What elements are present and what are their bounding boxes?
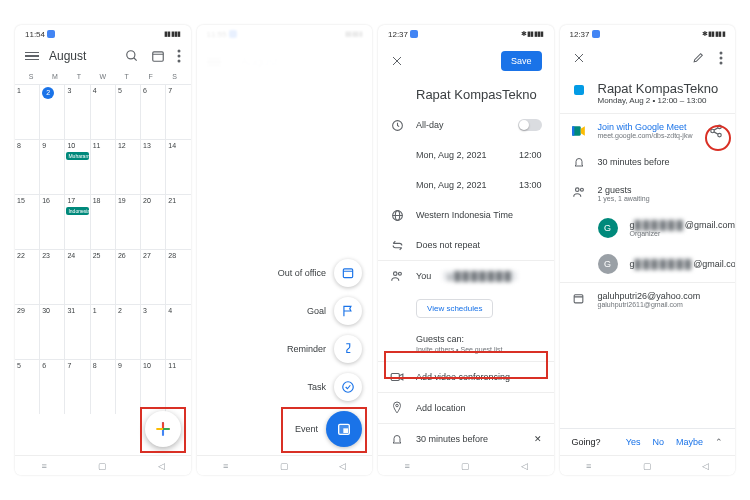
- more-icon[interactable]: [177, 49, 181, 63]
- calendar-day[interactable]: 4: [91, 85, 116, 139]
- guest-item-2[interactable]: Gg███████@gmail.com: [560, 246, 736, 282]
- guest-item-1[interactable]: Gg██████@gmail.comOrganizer: [560, 210, 736, 246]
- calendar-day[interactable]: 6: [40, 360, 65, 414]
- status-bar: 11:54 ▮▮ ▮▮ ▮: [15, 25, 191, 43]
- nav-menu-icon[interactable]: ≡: [402, 461, 412, 471]
- end-row[interactable]: Mon, Aug 2, 202113:00: [378, 170, 554, 200]
- calendar-day[interactable]: 28: [166, 250, 190, 304]
- highlight-video: [384, 351, 548, 379]
- month-label[interactable]: August: [49, 49, 86, 63]
- calendar-day[interactable]: 21: [166, 195, 190, 249]
- rsvp-yes[interactable]: Yes: [626, 437, 641, 447]
- calendar-day[interactable]: 24: [65, 250, 90, 304]
- nav-home-icon[interactable]: ▢: [642, 461, 652, 471]
- calendar-day[interactable]: 7: [166, 85, 190, 139]
- speed-dial-out-of-office[interactable]: Out of office: [278, 259, 362, 287]
- day-of-week-row: SMTWTFS: [15, 69, 191, 84]
- calendar-day[interactable]: 17Indonesia: [65, 195, 90, 249]
- calendar-grid[interactable]: 12345678910Muharam11121314151617Indonesi…: [15, 84, 191, 414]
- calendar-day[interactable]: 13: [141, 140, 166, 194]
- calendar-day[interactable]: 1: [91, 305, 116, 359]
- calendar-day[interactable]: 29: [15, 305, 40, 359]
- calendar-day[interactable]: 19: [116, 195, 141, 249]
- add-location-row[interactable]: Add location: [378, 392, 554, 423]
- calendar-day[interactable]: 3: [65, 85, 90, 139]
- edit-icon[interactable]: [692, 51, 705, 65]
- start-row[interactable]: Mon, Aug 2, 202112:00: [378, 140, 554, 170]
- globe-icon: [390, 208, 404, 222]
- remove-reminder-icon[interactable]: ✕: [534, 434, 542, 444]
- calendar-day[interactable]: 4: [166, 305, 190, 359]
- repeat-row[interactable]: Does not repeat: [378, 230, 554, 260]
- speed-dial-task[interactable]: Task: [307, 373, 362, 401]
- calendar-day[interactable]: 11: [91, 140, 116, 194]
- status-signal-icon: ▮▮ ▮▮ ▮: [164, 30, 181, 38]
- calendar-day[interactable]: 20: [141, 195, 166, 249]
- calendar-day[interactable]: 15: [15, 195, 40, 249]
- calendar-day[interactable]: 22: [15, 250, 40, 304]
- speed-dial-goal[interactable]: Goal: [307, 297, 362, 325]
- organizer-email-row[interactable]: galuhputri26@yahoo.comgaluhputri2611@gma…: [560, 282, 736, 316]
- calendar-day[interactable]: 2: [40, 85, 65, 139]
- close-icon[interactable]: [390, 54, 404, 68]
- save-button[interactable]: Save: [501, 51, 542, 71]
- calendar-day[interactable]: 27: [141, 250, 166, 304]
- view-schedules-button[interactable]: View schedules: [416, 299, 493, 318]
- nav-back-icon[interactable]: ◁: [338, 461, 348, 471]
- calendar-day[interactable]: 8: [91, 360, 116, 414]
- nav-menu-icon[interactable]: ≡: [584, 461, 594, 471]
- people-icon: [390, 269, 404, 283]
- status-time: 12:37: [388, 30, 408, 39]
- calendar-day[interactable]: 5: [15, 360, 40, 414]
- allday-row[interactable]: All-day: [378, 110, 554, 140]
- calendar-day[interactable]: 31: [65, 305, 90, 359]
- menu-icon[interactable]: [25, 52, 39, 61]
- nav-menu-icon[interactable]: ≡: [39, 461, 49, 471]
- more-icon[interactable]: [719, 51, 723, 65]
- calendar-day[interactable]: 9: [116, 360, 141, 414]
- detail-reminder-row[interactable]: 30 minutes before: [560, 147, 736, 177]
- calendar-day[interactable]: 10: [141, 360, 166, 414]
- speed-dial-reminder[interactable]: Reminder: [287, 335, 362, 363]
- people-row[interactable]: Youg███████: [378, 260, 554, 291]
- calendar-day[interactable]: 6: [141, 85, 166, 139]
- guest-input[interactable]: g███████: [443, 271, 517, 281]
- calendar-day[interactable]: 8: [15, 140, 40, 194]
- calendar-day[interactable]: 11: [166, 360, 190, 414]
- timezone-row[interactable]: Western Indonesia Time: [378, 200, 554, 230]
- today-icon[interactable]: [151, 49, 165, 63]
- calendar-day[interactable]: 12: [116, 140, 141, 194]
- allday-toggle[interactable]: [518, 119, 542, 131]
- nav-home-icon[interactable]: ▢: [98, 461, 108, 471]
- reminder-row[interactable]: 30 minutes before✕: [378, 423, 554, 454]
- calendar-day[interactable]: 30: [40, 305, 65, 359]
- nav-back-icon[interactable]: ◁: [701, 461, 711, 471]
- event-title-input[interactable]: Rapat KompasTekno: [416, 87, 537, 102]
- nav-home-icon[interactable]: ▢: [279, 461, 289, 471]
- calendar-day[interactable]: 5: [116, 85, 141, 139]
- calendar-day[interactable]: 9: [40, 140, 65, 194]
- nav-back-icon[interactable]: ◁: [519, 461, 529, 471]
- calendar-day[interactable]: 26: [116, 250, 141, 304]
- event-title: Rapat KompasTekno: [598, 81, 719, 96]
- calendar-day[interactable]: 16: [40, 195, 65, 249]
- nav-home-icon[interactable]: ▢: [461, 461, 471, 471]
- rsvp-no[interactable]: No: [652, 437, 664, 447]
- search-icon[interactable]: [125, 49, 139, 63]
- guests-row[interactable]: 2 guests1 yes, 1 awaiting: [560, 177, 736, 210]
- calendar-day[interactable]: 14: [166, 140, 190, 194]
- close-icon[interactable]: [572, 51, 586, 65]
- calendar-day[interactable]: 2: [116, 305, 141, 359]
- calendar-day[interactable]: 23: [40, 250, 65, 304]
- expand-icon[interactable]: ⌃: [715, 437, 723, 447]
- nav-menu-icon[interactable]: ≡: [221, 461, 231, 471]
- calendar-day[interactable]: 3: [141, 305, 166, 359]
- calendar-day[interactable]: 1: [15, 85, 40, 139]
- calendar-day[interactable]: 25: [91, 250, 116, 304]
- calendar-day[interactable]: 7: [65, 360, 90, 414]
- nav-back-icon[interactable]: ◁: [156, 461, 166, 471]
- android-navbar: ≡ ▢ ◁: [378, 455, 554, 475]
- calendar-day[interactable]: 18: [91, 195, 116, 249]
- rsvp-maybe[interactable]: Maybe: [676, 437, 703, 447]
- calendar-day[interactable]: 10Muharam: [65, 140, 90, 194]
